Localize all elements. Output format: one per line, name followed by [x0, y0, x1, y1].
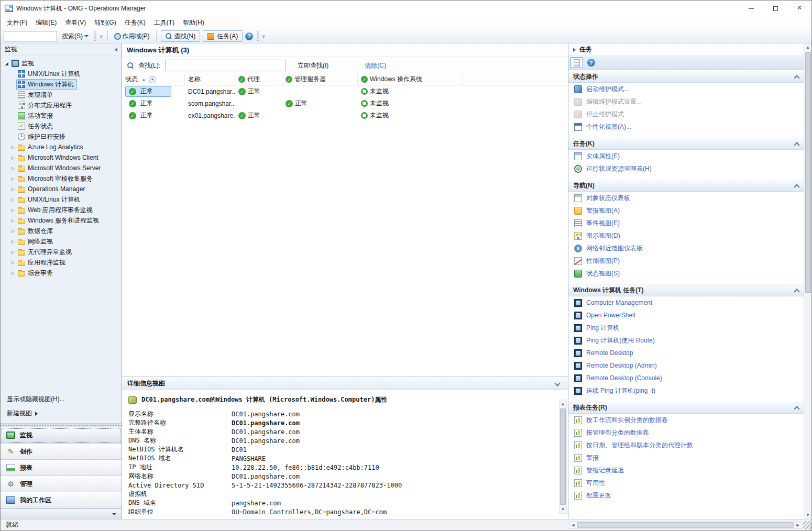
toolbar-grip[interactable]	[257, 31, 259, 41]
close-button[interactable]	[787, 1, 811, 16]
task-link[interactable]: 警报	[568, 451, 804, 464]
tree-expander-icon[interactable]	[9, 208, 16, 213]
task-link[interactable]: Open PowerShell	[568, 309, 804, 322]
workspace-button[interactable]: 管理	[1, 476, 122, 492]
table-row[interactable]: 正常 ex01.pangshare... 正常	[122, 109, 568, 121]
workspace-button[interactable]: 监视	[1, 427, 122, 444]
menu-item[interactable]: 帮助(H)	[179, 16, 209, 29]
tree-item[interactable]: Windows 服务和进程监视	[1, 215, 122, 226]
task-link[interactable]: 连续 Ping 计算机(ping -t)	[568, 384, 804, 397]
task-link[interactable]: 配置更改	[568, 489, 804, 502]
menu-item[interactable]: 查看(V)	[61, 16, 90, 29]
tree-item[interactable]: UNIX/Linux 计算机	[1, 194, 122, 205]
find-input[interactable]	[165, 60, 286, 71]
task-link[interactable]: 按工作流和实例分类的数据卷	[568, 414, 804, 426]
tree-item[interactable]: Operations Manager	[1, 184, 122, 194]
tree-item[interactable]: UNIX/Linux 计算机	[1, 69, 122, 79]
tree-item[interactable]: 综合事务	[1, 268, 122, 278]
windows-os-cell[interactable]: 未监视	[358, 111, 463, 120]
tree-expander-icon[interactable]	[9, 239, 16, 244]
task-link[interactable]: 停止维护模式	[568, 108, 804, 120]
collapse-section-icon[interactable]	[794, 406, 799, 412]
agent-cell[interactable]: 正常	[235, 87, 282, 96]
tree-expander-icon[interactable]	[9, 145, 16, 150]
help-button[interactable]	[245, 32, 253, 40]
scrollbar-thumb[interactable]	[577, 522, 794, 528]
workspace-button[interactable]: 创作	[1, 444, 122, 460]
wunderbar-options[interactable]	[1, 508, 122, 519]
table-row[interactable]: 正常 scom.pangshar... 正常	[122, 97, 568, 109]
resize-grip[interactable]	[803, 521, 811, 529]
task-link[interactable]: 警报记录延迟	[568, 464, 804, 477]
tree-item[interactable]: Microsoft Windows Client	[1, 152, 122, 163]
toolbar-overflow-icon[interactable]	[261, 35, 267, 38]
section-header[interactable]: 状态操作	[568, 71, 804, 83]
tree-item[interactable]: Microsoft 审核收集服务	[1, 173, 122, 184]
task-link[interactable]: 网络邻近范围仪表板	[568, 242, 804, 255]
task-link[interactable]: 编辑维护模式设置...	[568, 95, 804, 108]
column-header-agent[interactable]: 代理	[235, 74, 282, 85]
show-hide-views-link[interactable]: 显示或隐藏视图(H)...	[7, 395, 115, 404]
task-link[interactable]: Computer Management	[568, 296, 804, 309]
tasks-vertical-scrollbar[interactable]	[804, 43, 811, 519]
column-header-name[interactable]: 名称	[185, 74, 235, 85]
task-link[interactable]: 事件视图(E)	[568, 217, 804, 229]
details-vertical-scrollbar[interactable]	[559, 400, 567, 514]
scroll-right-icon[interactable]	[794, 522, 802, 528]
find-now-link[interactable]: 立即查找(I)	[298, 61, 328, 70]
new-view-link[interactable]: 新建视图	[7, 409, 115, 418]
scroll-up-icon[interactable]	[559, 400, 566, 408]
collapse-section-icon[interactable]	[794, 75, 799, 81]
task-link[interactable]: 个性化视图(A)...	[568, 120, 804, 133]
management-server-cell[interactable]: 正常	[282, 99, 358, 108]
tree-item[interactable]: Web 应用程序事务监视	[1, 205, 122, 215]
scrollbar-thumb[interactable]	[560, 408, 566, 505]
menu-item[interactable]: 转到(G)	[90, 16, 120, 29]
scroll-down-icon[interactable]	[559, 505, 566, 513]
state-cell[interactable]: 正常	[125, 98, 171, 109]
maximize-button[interactable]	[763, 1, 787, 16]
collapse-tasks-icon[interactable]	[573, 48, 576, 52]
tree-item[interactable]: Microsoft Windows Server	[1, 163, 122, 173]
task-link[interactable]: 运行状况资源管理器(H)	[568, 162, 804, 175]
task-link[interactable]: 实体属性(E)	[568, 150, 804, 162]
wunderbar-splitter[interactable]	[1, 423, 122, 427]
help-tab-button[interactable]	[585, 57, 597, 68]
scrollbar-thumb[interactable]	[805, 52, 811, 293]
task-link[interactable]: 按日期、管理组和版本分类的代理计数	[568, 439, 804, 451]
column-header-management-server[interactable]: 管理服务器	[282, 74, 358, 85]
toolbar-overflow-icon[interactable]	[98, 35, 104, 38]
task-link[interactable]: Remote Desktop (Admin)	[568, 359, 804, 372]
agent-cell[interactable]: 正常	[235, 111, 282, 120]
tree-expander-icon[interactable]	[9, 260, 16, 265]
tree-expander-icon[interactable]	[9, 197, 16, 202]
column-header-state[interactable]: 状态	[122, 74, 185, 85]
computer-name-cell[interactable]: scom.pangshar...	[185, 100, 235, 107]
task-link[interactable]: 状态视图(S)	[568, 267, 804, 280]
computer-name-cell[interactable]: ex01.pangshare...	[185, 112, 235, 119]
table-row[interactable]: 正常 DC01.pangshar... 正常	[122, 85, 568, 97]
tree-item[interactable]: 活动警报	[1, 110, 122, 121]
tree-item[interactable]: 应用程序监视	[1, 257, 122, 268]
state-cell[interactable]: 正常	[125, 110, 171, 121]
windows-os-cell[interactable]: 未监视	[358, 99, 463, 108]
tasks-tab-button[interactable]	[570, 57, 583, 68]
toolbar-grip[interactable]	[94, 31, 96, 41]
tree-item[interactable]: Windows 计算机	[1, 79, 122, 90]
column-header-windows-os[interactable]: Windows 操作系统	[358, 74, 463, 85]
filter-icon[interactable]	[149, 76, 156, 83]
tree-expander-icon[interactable]	[9, 156, 16, 160]
collapse-section-icon[interactable]	[794, 184, 799, 190]
computer-name-cell[interactable]: DC01.pangshar...	[185, 88, 235, 95]
menu-item[interactable]: 工具(T)	[150, 16, 179, 29]
collapse-details-icon[interactable]	[554, 380, 560, 386]
task-link[interactable]: Ping 计算机	[568, 322, 804, 334]
clear-link[interactable]: 清除(C)	[365, 61, 386, 70]
workspace-button[interactable]: 报表	[1, 460, 122, 476]
task-link[interactable]: 对象状态仪表板	[568, 192, 804, 204]
tasks-horizontal-scrollbar[interactable]	[569, 521, 802, 529]
collapse-nav-icon[interactable]	[115, 48, 117, 52]
section-header[interactable]: Windows 计算机 任务(T)	[568, 284, 804, 296]
scope-button[interactable]: 作用域(P)	[112, 31, 152, 42]
tree-item[interactable]: Azure Log Analytics	[1, 142, 122, 152]
